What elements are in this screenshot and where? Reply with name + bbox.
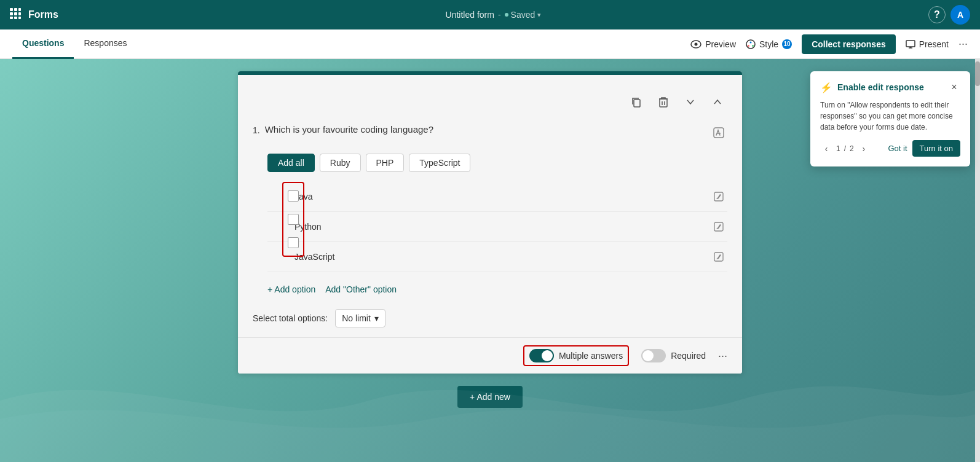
select-total-dropdown[interactable]: No limit ▾ xyxy=(335,309,385,327)
subnav-more-button[interactable]: ··· xyxy=(958,37,968,50)
question-row: 1. Which is your favourite coding langua… xyxy=(253,117,727,151)
grid-icon[interactable] xyxy=(10,8,21,22)
collect-responses-button[interactable]: Collect responses xyxy=(802,34,896,54)
main-content: 1. Which is your favourite coding langua… xyxy=(0,59,980,462)
move-down-icon[interactable] xyxy=(681,92,700,112)
tooltip-title-row: ⚡ Enable edit response xyxy=(820,82,924,93)
title-chevron[interactable]: ▾ xyxy=(537,11,541,19)
multiple-answers-toggle[interactable] xyxy=(529,349,554,362)
toggle-thumb-multiple xyxy=(542,350,553,361)
tag-options: Add all Ruby PHP TypeScript xyxy=(253,151,727,179)
bottom-more-button[interactable]: ··· xyxy=(718,350,727,362)
style-badge: 10 xyxy=(782,39,792,49)
svg-point-11 xyxy=(746,40,755,49)
delete-icon[interactable] xyxy=(654,92,673,112)
scrollbar-thumb[interactable] xyxy=(975,61,980,86)
svg-rect-18 xyxy=(634,100,640,107)
tooltip-title: Enable edit response xyxy=(837,82,924,92)
question-ai-icon[interactable] xyxy=(710,124,727,141)
saved-status: Saved xyxy=(511,10,535,20)
form-title[interactable]: Untitled form xyxy=(446,10,494,20)
got-it-button[interactable]: Got it xyxy=(888,144,907,153)
question-actions xyxy=(253,87,727,117)
svg-rect-4 xyxy=(14,12,17,15)
tooltip-footer-buttons: Got it Turn it on xyxy=(888,140,960,157)
tooltip-page-total: 2 xyxy=(850,144,854,153)
tooltip-body: Turn on "Allow respondents to edit their… xyxy=(820,100,960,133)
svg-rect-6 xyxy=(10,17,13,19)
add-other-option-button[interactable]: Add "Other" option xyxy=(325,284,397,294)
svg-rect-1 xyxy=(14,8,17,11)
svg-point-13 xyxy=(748,45,749,47)
add-option-button[interactable]: + Add option xyxy=(267,284,315,294)
sub-nav-actions: Preview Style 10 Collect responses Prese… xyxy=(690,34,968,54)
tooltip-close-button[interactable]: × xyxy=(948,81,960,93)
svg-rect-15 xyxy=(906,41,915,47)
scrollbar[interactable] xyxy=(975,59,980,462)
top-bar: Forms Untitled form - Saved ▾ ? A xyxy=(0,0,980,29)
app-name: Forms xyxy=(28,9,58,20)
preview-button[interactable]: Preview xyxy=(690,39,736,49)
question-number: 1. xyxy=(253,124,260,135)
tooltip-next-button[interactable]: › xyxy=(858,143,870,155)
question-section: 1. Which is your favourite coding langua… xyxy=(238,75,742,337)
answer-option-python: Python xyxy=(267,212,727,242)
svg-point-14 xyxy=(752,45,754,47)
required-label: Required xyxy=(671,351,706,361)
question-text[interactable]: Which is your favourite coding language? xyxy=(265,124,710,135)
svg-rect-2 xyxy=(18,8,21,11)
svg-point-10 xyxy=(695,42,698,45)
turn-on-button[interactable]: Turn it on xyxy=(912,140,960,157)
option-label-python[interactable]: Python xyxy=(294,222,704,232)
tooltip-prev-button[interactable]: ‹ xyxy=(820,143,832,155)
multiple-answers-group: Multiple answers xyxy=(523,345,629,366)
option-label-javascript[interactable]: JavaScript xyxy=(294,252,704,262)
select-total-label: Select total options: xyxy=(253,313,328,323)
sub-nav: Questions Responses Preview Style 10 Col… xyxy=(0,29,980,59)
add-options-row: + Add option Add "Other" option xyxy=(253,277,727,302)
svg-rect-7 xyxy=(14,17,17,19)
svg-rect-0 xyxy=(10,8,13,11)
tag-add-all[interactable]: Add all xyxy=(267,154,315,172)
required-toggle[interactable] xyxy=(641,349,666,362)
option-edit-python[interactable] xyxy=(710,218,727,235)
form-title-area: Untitled form - Saved ▾ xyxy=(58,10,928,20)
tooltip-footer: ‹ 1 / 2 › Got it Turn it on xyxy=(820,140,960,157)
tab-responses[interactable]: Responses xyxy=(74,29,136,59)
answer-options: Java Python xyxy=(253,179,727,277)
form-bottom-bar: Multiple answers Required ··· xyxy=(238,337,742,374)
tooltip-header: ⚡ Enable edit response × xyxy=(820,81,960,93)
option-edit-javascript[interactable] xyxy=(710,248,727,265)
sub-nav-tabs: Questions Responses xyxy=(12,29,137,59)
saved-dot xyxy=(505,13,508,17)
multiple-answers-label: Multiple answers xyxy=(559,351,623,361)
tooltip-panel: ⚡ Enable edit response × Turn on "Allow … xyxy=(810,71,970,166)
answer-option-java: Java xyxy=(267,182,727,212)
tag-php[interactable]: PHP xyxy=(366,154,405,172)
checkbox-red-border-group xyxy=(282,182,304,257)
answer-option-javascript: JavaScript xyxy=(267,242,727,272)
svg-rect-5 xyxy=(18,12,21,15)
avatar[interactable]: A xyxy=(950,5,970,25)
present-button[interactable]: Present xyxy=(906,39,949,49)
tab-questions[interactable]: Questions xyxy=(12,29,74,59)
toggle-thumb-required xyxy=(642,350,654,361)
svg-point-12 xyxy=(750,41,752,43)
tooltip-pagination: ‹ 1 / 2 › xyxy=(820,143,870,155)
svg-rect-19 xyxy=(660,99,667,107)
tag-typescript[interactable]: TypeScript xyxy=(409,154,470,172)
option-edit-java[interactable] xyxy=(710,188,727,205)
top-bar-right: ? A xyxy=(928,5,970,25)
move-up-icon[interactable] xyxy=(708,92,727,112)
tag-ruby[interactable]: Ruby xyxy=(320,154,361,172)
form-panel: 1. Which is your favourite coding langua… xyxy=(238,71,742,374)
copy-icon[interactable] xyxy=(626,92,646,112)
help-button[interactable]: ? xyxy=(928,6,946,23)
select-total-row: Select total options: No limit ▾ xyxy=(253,302,727,337)
tooltip-page-sep: / xyxy=(844,144,846,153)
style-button[interactable]: Style 10 xyxy=(746,39,792,49)
tooltip-page-current: 1 xyxy=(836,144,840,153)
svg-rect-8 xyxy=(18,17,21,19)
svg-rect-3 xyxy=(10,12,13,15)
option-label-java[interactable]: Java xyxy=(294,192,704,202)
